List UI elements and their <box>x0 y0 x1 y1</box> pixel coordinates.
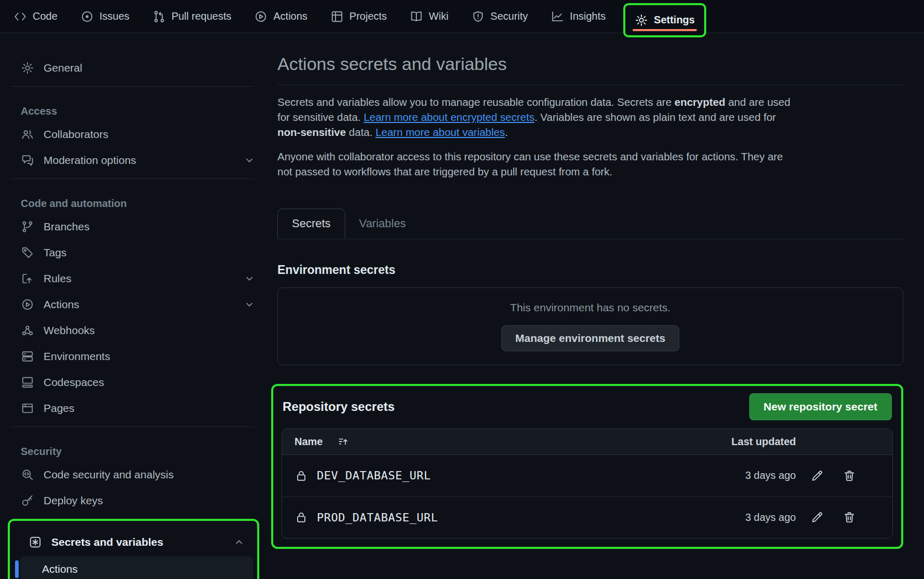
secret-asterisk-icon <box>29 535 42 549</box>
sidebar-item-label: Collaborators <box>44 128 255 141</box>
tab-wiki[interactable]: Wiki <box>410 10 449 23</box>
sidebar-divider <box>10 426 254 427</box>
trash-icon[interactable] <box>843 511 856 524</box>
sidebar-item-codespaces[interactable]: Codespaces <box>0 369 264 395</box>
tab-actions-label: Actions <box>273 10 307 22</box>
page-title: Actions secrets and variables <box>277 54 903 85</box>
tab-issues-label: Issues <box>100 10 130 22</box>
table-icon <box>330 10 344 23</box>
code-icon <box>13 10 27 23</box>
sidebar-item-label: Environments <box>44 350 255 363</box>
description-text: data. <box>346 126 375 138</box>
trash-icon[interactable] <box>843 469 856 482</box>
sidebar-item-deploy-keys[interactable]: Deploy keys <box>0 488 264 514</box>
description-text: Secrets and variables allow you to manag… <box>277 96 675 108</box>
comment-discussion-icon <box>21 154 34 167</box>
lock-icon <box>295 511 308 524</box>
main-content: Actions secrets and variables Secrets an… <box>264 33 924 579</box>
key-icon <box>21 494 34 507</box>
description-paragraph: Secrets and variables allow you to manag… <box>277 94 792 140</box>
codescan-icon <box>21 468 34 481</box>
sort-ascending-icon[interactable] <box>338 436 349 447</box>
sidebar-section-access: Access <box>0 92 264 121</box>
secret-row: DEV_DATABASE_URL 3 days ago <box>282 455 892 497</box>
tab-insights[interactable]: Insights <box>551 10 606 23</box>
sidebar-item-moderation-options[interactable]: Moderation options <box>0 147 264 173</box>
sidebar-item-code-security[interactable]: Code security and analysis <box>0 462 264 488</box>
name-column-header: Name <box>295 436 718 448</box>
sidebar-item-rules[interactable]: Rules <box>0 266 264 292</box>
last-updated-column-header: Last updated <box>718 436 796 448</box>
sidebar-item-actions[interactable]: Actions <box>0 292 264 318</box>
secrets-and-variables-highlight-box: Secrets and variables Actions <box>8 519 259 579</box>
tab-settings-label: Settings <box>654 14 695 26</box>
sidebar-item-label: Rules <box>44 272 234 285</box>
sidebar-item-general[interactable]: General <box>0 55 264 81</box>
manage-environment-secrets-button[interactable]: Manage environment secrets <box>501 325 679 351</box>
secret-name-cell: DEV_DATABASE_URL <box>295 469 718 482</box>
new-repository-secret-button[interactable]: New repository secret <box>749 393 892 420</box>
chevron-down-icon <box>244 299 255 310</box>
shield-icon <box>471 10 485 23</box>
sidebar-item-webhooks[interactable]: Webhooks <box>0 318 264 343</box>
issue-opened-icon <box>80 10 94 23</box>
tab-pull-requests-label: Pull requests <box>172 10 232 22</box>
sidebar-item-label: Tags <box>44 246 255 259</box>
tab-projects[interactable]: Projects <box>330 10 387 23</box>
secret-last-updated: 3 days ago <box>718 470 796 481</box>
sidebar-item-label: Code security and analysis <box>44 468 255 481</box>
sidebar-item-branches[interactable]: Branches <box>0 214 264 240</box>
graph-icon <box>551 10 564 23</box>
environment-secrets-heading: Environment secrets <box>277 263 903 277</box>
tab-code[interactable]: Code <box>13 10 58 23</box>
people-icon <box>21 128 34 141</box>
sidebar-item-collaborators[interactable]: Collaborators <box>0 121 264 147</box>
repository-secrets-heading: Repository secrets <box>283 399 395 414</box>
play-icon <box>254 10 268 23</box>
sidebar-subitem-label: Actions <box>42 563 78 575</box>
sidebar-section-security: Security <box>0 432 264 462</box>
sidebar-item-label: Pages <box>44 402 255 415</box>
tab-settings[interactable]: Settings <box>635 13 695 27</box>
secret-actions-cell <box>796 511 880 524</box>
description-text: . Variables are shown as plain text and … <box>535 111 776 123</box>
tab-actions[interactable]: Actions <box>254 10 307 23</box>
tab-security[interactable]: Security <box>471 10 528 23</box>
repository-secrets-header: Repository secrets New repository secret <box>282 393 893 420</box>
description-bold-non-sensitive: non-sensitive <box>277 126 346 138</box>
sidebar-item-tags[interactable]: Tags <box>0 240 264 266</box>
collaborator-access-paragraph: Anyone with collaborator access to this … <box>277 149 792 179</box>
sidebar-divider <box>10 178 254 179</box>
active-tab-underline <box>633 29 697 31</box>
environment-empty-message: This environment has no secrets. <box>510 301 670 314</box>
pencil-icon[interactable] <box>810 511 824 524</box>
tab-issues[interactable]: Issues <box>80 10 130 23</box>
sidebar-item-secrets-and-variables[interactable]: Secrets and variables <box>13 530 254 554</box>
sidebar-item-label: Codespaces <box>44 376 255 389</box>
repo-nav: Code Issues Pull requests Actions Projec… <box>0 0 924 33</box>
learn-more-variables-link[interactable]: Learn more about variables <box>375 126 505 138</box>
pencil-icon[interactable] <box>810 469 824 482</box>
sidebar-item-label: Secrets and variables <box>51 536 224 548</box>
repository-secrets-table: Name Last updated DEV_DATABASE_URL <box>282 429 893 539</box>
webhook-icon <box>21 324 34 337</box>
description-bold-encrypted: encrypted <box>675 96 725 108</box>
tab-insights-label: Insights <box>570 10 606 22</box>
tab-variables[interactable]: Variables <box>345 209 420 239</box>
git-pull-request-icon <box>152 10 166 23</box>
tag-icon <box>21 246 34 259</box>
secret-last-updated: 3 days ago <box>718 512 796 523</box>
tab-secrets[interactable]: Secrets <box>277 209 345 239</box>
play-icon <box>21 298 34 311</box>
gear-icon <box>21 61 34 75</box>
sidebar-subitem-actions-selected[interactable]: Actions <box>20 556 253 579</box>
sidebar-item-pages[interactable]: Pages <box>0 395 264 421</box>
codespaces-icon <box>21 376 34 389</box>
tab-pull-requests[interactable]: Pull requests <box>152 10 232 23</box>
learn-more-encrypted-secrets-link[interactable]: Learn more about encrypted secrets <box>363 111 534 123</box>
sidebar-item-environments[interactable]: Environments <box>0 343 264 369</box>
browser-icon <box>21 402 34 415</box>
chevron-down-icon <box>244 273 255 284</box>
secret-actions-cell <box>796 469 880 482</box>
chevron-up-icon <box>233 536 245 548</box>
